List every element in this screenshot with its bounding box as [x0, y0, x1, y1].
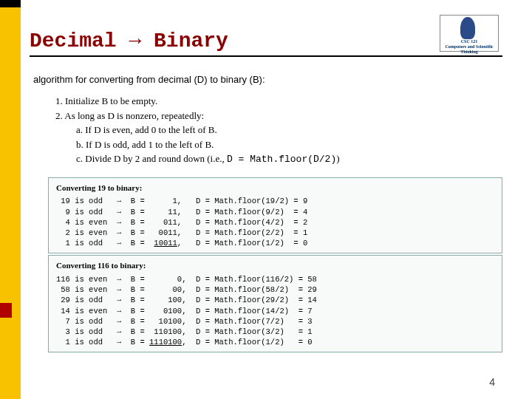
step-a-text: If D is even, add 0 to the left of B. — [85, 124, 216, 135]
ex19-r1: 9 is odd → B = 11, D = Math.floor(9/2) =… — [56, 208, 307, 216]
ex116-r6a: 1 is odd → B = — [56, 338, 149, 347]
ex116-r2: 29 is odd → B = 100, D = Math.floor(29/2… — [56, 296, 317, 304]
ex116-r1: 58 is even → B = 00, D = Math.floor(58/2… — [56, 285, 317, 294]
ex19-result: 10011 — [154, 239, 177, 248]
header: Decimal → Binary — [30, 30, 502, 57]
ex116-r5: 3 is odd → B = 110100, D = Math.floor(3/… — [56, 327, 313, 336]
ex116-result: 1110100 — [149, 338, 182, 347]
ex19-r4b: , D = Math.floor(1/2) = 0 — [177, 239, 307, 248]
step1-num: 1. — [55, 95, 63, 106]
example-19: Converting 19 to binary: 19 is odd → B =… — [48, 177, 502, 254]
ex19-r2: 4 is even → B = 011, D = Math.floor(4/2)… — [56, 218, 307, 227]
example-19-title: Converting 19 to binary: — [56, 183, 494, 194]
example-116: Converting 116 to binary:116 is even → B… — [48, 255, 502, 352]
ex116-r3: 14 is even → B = 0100, D = Math.floor(14… — [56, 307, 313, 316]
ex116-r0: 116 is even → B = 0, D = Math.floor(116/… — [56, 275, 317, 284]
ex116-r6b: , D = Math.floor(1/2) = 0 — [182, 338, 312, 347]
slide-title: Decimal → Binary — [30, 30, 502, 57]
step2-text: As long as D is nonzero, repeatedly: — [64, 110, 204, 121]
ex116-r4: 7 is odd → B = 10100, D = Math.floor(7/2… — [56, 317, 313, 326]
example-boxes: Converting 19 to binary: 19 is odd → B =… — [48, 177, 502, 353]
step-c-num: c. — [76, 153, 83, 164]
page-number: 4 — [489, 376, 495, 388]
algorithm-list: 1. Initialize B to be empty. 2. As long … — [55, 94, 502, 167]
intro-text: algorithm for converting from decimal (D… — [33, 74, 502, 85]
ex19-r0: 19 is odd → B = 1, D = Math.floor(19/2) … — [56, 197, 307, 205]
ex19-r4a: 1 is odd → B = — [56, 239, 154, 248]
step-c-post: ) — [336, 153, 339, 164]
step-c-pre: Divide D by 2 and round down (i.e., — [85, 153, 227, 164]
step-a-num: a. — [76, 124, 83, 135]
step-b-num: b. — [76, 139, 83, 150]
content: algorithm for converting from decimal (D… — [33, 74, 502, 354]
step1-text: Initialize B to be empty. — [65, 95, 157, 106]
example-116-title: Converting 116 to binary: — [56, 260, 494, 271]
accent-sidebar — [0, 0, 21, 399]
step-c-code: D = Math.floor(D/2) — [227, 154, 336, 165]
step-b-text: If D is odd, add 1 to the left of B. — [86, 139, 214, 150]
ex19-r3: 2 is even → B = 0011, D = Math.floor(2/2… — [56, 228, 307, 237]
step2-num: 2. — [55, 110, 63, 121]
